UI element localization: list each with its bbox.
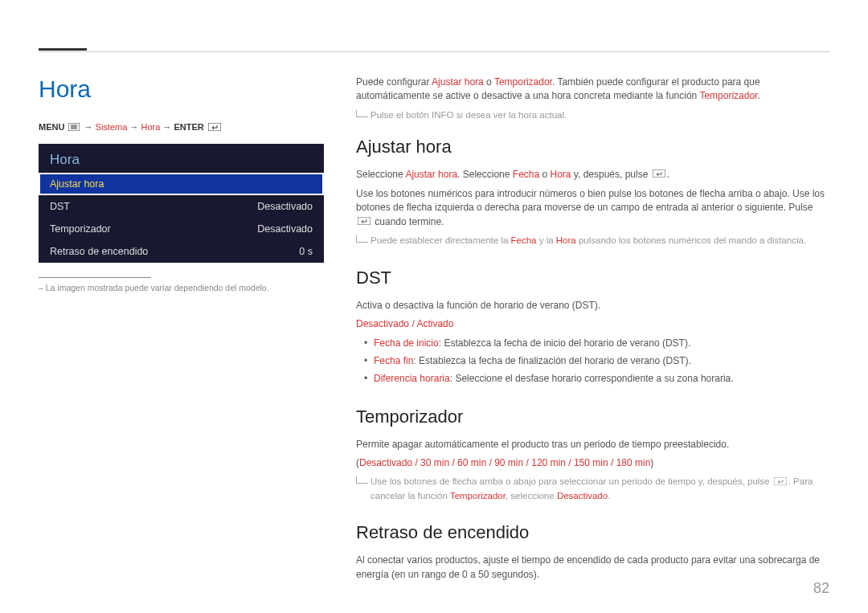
breadcrumb-menu: MENU (39, 122, 64, 132)
breadcrumb-sistema: Sistema (96, 122, 128, 132)
temporizador-options: (Desactivado / 30 min / 60 min / 90 min … (356, 456, 829, 470)
enter-icon (358, 215, 371, 229)
list-item: Diferencia horaria: Seleccione el desfas… (364, 372, 829, 386)
svg-rect-7 (774, 477, 787, 485)
breadcrumb-enter: ENTER (174, 122, 203, 132)
enter-icon (774, 476, 787, 489)
ajustar-p2: Use los botones numéricos para introduci… (356, 187, 829, 229)
section-temporizador: Temporizador (356, 404, 829, 430)
section-retraso: Retraso de encendido (356, 520, 829, 546)
osd-row-label: Retraso de encendido (50, 246, 148, 257)
temporizador-note: Use los botones de flecha arriba o abajo… (356, 475, 829, 502)
breadcrumb-arrow: → (162, 122, 171, 132)
temporizador-p1: Permite apagar automáticamente el produc… (356, 438, 829, 452)
breadcrumb: MENU → Sistema → Hora → ENTER (39, 122, 324, 133)
list-item: Fecha de inicio: Establezca la fecha de … (364, 337, 829, 350)
menu-icon (68, 123, 80, 133)
osd-row-label: Temporizador (50, 223, 111, 235)
osd-panel: Hora Ajustar hora DST Desactivado Tempor… (39, 144, 324, 263)
osd-row-label: Ajustar hora (50, 178, 104, 190)
intro-paragraph: Puede configurar Ajustar hora o Temporiz… (356, 76, 829, 104)
enter-icon (208, 123, 221, 133)
section-dst: DST (356, 265, 829, 291)
section-ajustar-hora: Ajustar hora (356, 134, 829, 160)
breadcrumb-arrow: → (129, 122, 138, 132)
dst-options: Desactivado / Activado (356, 317, 829, 331)
osd-row-label: DST (50, 201, 70, 212)
image-caption: – La imagen mostrada puede variar depend… (39, 283, 324, 292)
osd-row-value: Desactivado (257, 201, 313, 212)
retraso-p1: Al conectar varios productos, ajuste el … (356, 554, 829, 582)
osd-row-ajustar-hora[interactable]: Ajustar hora (39, 173, 324, 195)
enter-icon (653, 168, 665, 182)
page-number: 82 (813, 580, 829, 597)
list-item: Fecha fin: Establezca la fecha de finali… (364, 354, 829, 368)
dst-p1: Activa o desactiva la función de horario… (356, 299, 829, 313)
page-title: Hora (39, 76, 324, 103)
osd-title: Hora (39, 144, 324, 173)
breadcrumb-hora: Hora (141, 122, 160, 132)
svg-rect-5 (653, 170, 665, 178)
osd-row-dst[interactable]: DST Desactivado (39, 195, 324, 218)
header-rule (39, 51, 829, 52)
caption-rule (39, 277, 151, 278)
svg-rect-6 (358, 217, 371, 225)
header-accent (39, 48, 87, 51)
osd-row-value: Desactivado (257, 223, 313, 235)
ajustar-note: Puede establecer directamente la Fecha y… (356, 234, 829, 247)
osd-row-value: 0 s (299, 246, 313, 257)
dst-bullets: Fecha de inicio: Establezca la fecha de … (356, 337, 829, 386)
osd-row-temporizador[interactable]: Temporizador Desactivado (39, 218, 324, 240)
intro-note: Pulse el botón INFO si desea ver la hora… (356, 108, 829, 122)
osd-row-retraso[interactable]: Retraso de encendido 0 s (39, 240, 324, 263)
svg-rect-4 (208, 123, 221, 131)
ajustar-p1: Seleccione Ajustar hora. Seleccione Fech… (356, 168, 829, 182)
breadcrumb-arrow: → (84, 122, 93, 132)
